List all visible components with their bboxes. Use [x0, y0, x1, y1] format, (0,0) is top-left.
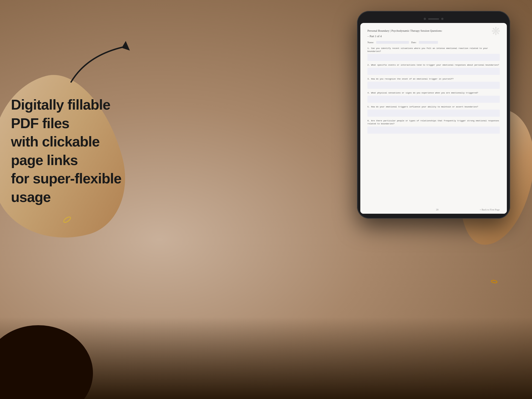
question-3: 3. How do you recognize the onset of an … — [367, 78, 500, 89]
name-label: Name: — [367, 41, 374, 44]
pdf-watermark-top: ❋ — [485, 23, 507, 39]
answer-box-3[interactable] — [367, 82, 500, 89]
answer-box-5[interactable] — [367, 110, 500, 117]
tablet-screen: ❋ Personal Boundary | Psychodynamic Ther… — [360, 23, 507, 214]
pdf-footer: 20 + Back to First Page — [360, 207, 507, 214]
pdf-page-number: 20 — [395, 208, 480, 211]
question-4: 4. What physical sensations or signs do … — [367, 92, 500, 103]
question-2: 2. What specific events or interactions … — [367, 64, 500, 75]
arrow-container — [55, 38, 142, 87]
question-5: 5. How do your emotional triggers influe… — [367, 105, 500, 117]
pdf-field-row: Name: Date: — [367, 41, 500, 44]
question-6: 6. Are there particular people or types … — [367, 119, 500, 134]
tablet: ❋ Personal Boundary | Psychodynamic Ther… — [357, 11, 510, 219]
pdf-content: ❋ Personal Boundary | Psychodynamic Ther… — [360, 23, 507, 207]
left-text-line1: Digitally fillable PDF files — [11, 97, 110, 131]
pdf-title: Personal Boundary | Psychodynamic Therap… — [367, 29, 500, 33]
tablet-top-bar — [360, 16, 507, 22]
question-1-text: 1. Can you identify recent situations wh… — [367, 47, 500, 53]
question-4-text: 4. What physical sensations or signs do … — [367, 92, 500, 95]
left-text-block: Digitally fillable PDF files with clicka… — [11, 96, 126, 207]
camera-dot-left — [424, 18, 426, 20]
question-1: 1. Can you identify recent situations wh… — [367, 47, 500, 61]
date-label: Date: — [411, 41, 417, 44]
date-input[interactable] — [419, 41, 438, 44]
tablet-speaker — [428, 18, 439, 20]
camera-dot-right — [441, 18, 443, 20]
arrow-icon — [55, 38, 142, 87]
question-5-text: 5. How do your emotional triggers influe… — [367, 105, 500, 108]
name-input[interactable] — [376, 41, 409, 44]
answer-box-1[interactable] — [367, 54, 500, 61]
question-2-text: 2. What specific events or interactions … — [367, 64, 500, 67]
answer-box-2[interactable] — [367, 68, 500, 75]
ring-left — [62, 215, 72, 224]
pdf-subtitle: – Part 1 of 4 — [367, 35, 500, 38]
question-3-text: 3. How do you recognize the onset of an … — [367, 78, 500, 81]
answer-box-6[interactable] — [367, 127, 500, 134]
answer-box-4[interactable] — [367, 96, 500, 103]
left-text-line2: with clickable page links — [11, 134, 100, 168]
svg-marker-0 — [122, 41, 130, 51]
question-6-text: 6. Are there particular people or types … — [367, 119, 500, 125]
pdf-back-link[interactable]: + Back to First Page — [480, 208, 500, 211]
left-text-line3: for super-flexible usage — [11, 171, 121, 205]
